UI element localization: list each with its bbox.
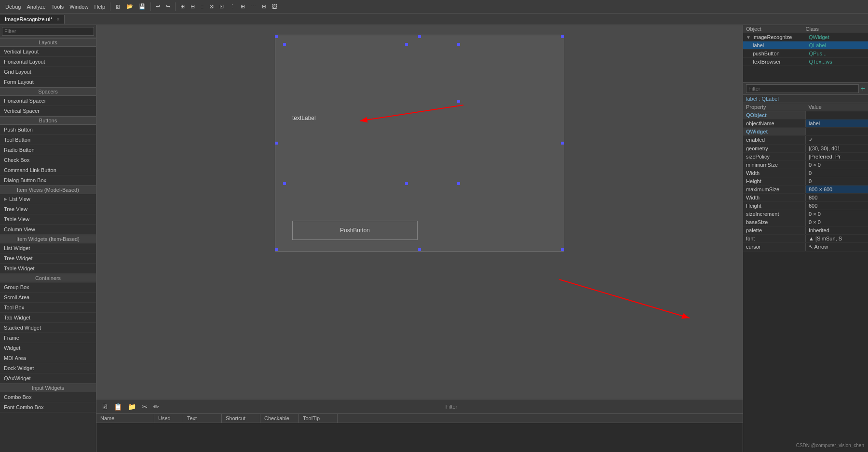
sidebar-item-vertical-spacer[interactable]: Vertical Spacer [0,106,96,116]
sidebar-item-horizontal-layout[interactable]: Horizontal Layout [0,57,96,67]
col-header-name: Name [96,414,154,423]
prop-row-12[interactable]: sizeIncrement0 × 0 [743,210,868,218]
sidebar-filter-input[interactable] [2,27,94,36]
menu-window[interactable]: Window [67,3,91,11]
prop-row-5[interactable]: sizePolicy[Preferred, Pr [743,153,868,161]
sidebar-item-command-link-button[interactable]: Command Link Button [0,165,96,175]
obj-tree-item-0[interactable]: ▼ImageRecognizeQWidget [743,33,868,41]
sidebar-item-scroll-area[interactable]: Scroll Area [0,292,96,303]
sidebar-item-vertical-layout[interactable]: Vertical Layout [0,47,96,57]
toolbar-icon-2[interactable]: 📂 [124,2,136,11]
prop-row-6[interactable]: minimumSize0 × 0 [743,161,868,169]
sidebar-item-column-view[interactable]: Column View [0,225,96,235]
sidebar-item-label: Dock Widget [4,365,34,371]
prop-value-9: 800 × 600 [806,186,868,193]
toolbar-icon-6[interactable]: ⊞ [178,2,187,11]
toolbar-icon-11[interactable]: ⋮ [227,2,237,11]
properties-filter-input[interactable] [746,84,859,93]
prop-row-3[interactable]: enabled✓ [743,136,868,145]
sidebar-item-tool-button[interactable]: Tool Button [0,135,96,145]
toolbar-icon-4[interactable]: ↩ [153,2,163,11]
sidebar-item-font-combo-box[interactable]: Font Combo Box [0,402,96,412]
prop-row-2[interactable]: QWidget [743,128,868,136]
sidebar-item-horizontal-spacer[interactable]: Horizontal Spacer [0,96,96,106]
prop-row-11[interactable]: Height600 [743,202,868,210]
prop-row-13[interactable]: baseSize0 × 0 [743,218,868,226]
toolbar-icon-9[interactable]: ⊠ [207,2,216,11]
handle-lower-tm [405,182,408,185]
toolbar-icon-15[interactable]: 🖼 [270,3,280,11]
sidebar-item-stacked-widget[interactable]: Stacked Widget [0,323,96,333]
tab-imagerecognize[interactable]: ImageRecognize.ui* × [0,15,65,24]
menu-help[interactable]: Help [92,3,108,11]
sidebar-item-tool-box[interactable]: Tool Box [0,303,96,313]
toolbar-icon-10[interactable]: ⊡ [217,2,226,11]
toolbar-icon-12[interactable]: ⊞ [238,2,247,11]
sidebar-item-frame[interactable]: Frame [0,333,96,343]
obj-item-class: QTex...ws [809,59,866,65]
sidebar-item-tree-widget[interactable]: Tree Widget [0,253,96,264]
prop-value-8: 0 [806,177,868,185]
object-inspector: Object Class ▼ImageRecognizeQWidgetlabel… [743,25,868,83]
sidebar-item-combo-box[interactable]: Combo Box [0,392,96,402]
action-folder-btn[interactable]: 📁 [126,402,138,412]
obj-tree-item-2[interactable]: pushButtonQPus... [743,50,868,58]
toolbar-icon-8[interactable]: ≡ [198,3,206,11]
canvas-container: textLabel PushButton [96,25,743,399]
toolbar-icon-7[interactable]: ⊟ [188,2,197,11]
sidebar-item-table-view[interactable]: Table View [0,214,96,225]
sidebar-item-dialog-button-box[interactable]: Dialog Button Box [0,175,96,186]
action-open-btn[interactable]: 📋 [112,402,124,412]
prop-row-1[interactable]: objectNamelabel [743,120,868,128]
sidebar-item-mdi-area[interactable]: MDI Area [0,353,96,363]
pushbutton-widget[interactable]: PushButton [292,221,418,240]
toolbar-icon-14[interactable]: ⊟ [259,2,269,11]
annotation-arrow-1 [360,105,463,121]
obj-item-name: pushButton [753,51,809,56]
prop-row-0[interactable]: QObject [743,111,868,120]
toolbar-icon-1[interactable]: 🖹 [113,3,123,11]
prop-row-10[interactable]: Width800 [743,194,868,202]
handle-tm [418,35,421,38]
action-new-btn[interactable]: 🖹 [99,402,110,412]
menu-tools[interactable]: Tools [49,3,67,11]
toolbar-icon-13[interactable]: ⋯ [248,2,258,11]
prop-row-7[interactable]: Width0 [743,169,868,177]
action-delete-btn[interactable]: ✂ [140,402,149,412]
sidebar-item-dock-widget[interactable]: Dock Widget [0,363,96,373]
sidebar-item-grid-layout[interactable]: Grid Layout [0,67,96,77]
sidebar-item-radio-button[interactable]: Radio Button [0,145,96,155]
menu-debug[interactable]: Debug [3,3,23,11]
prop-row-15[interactable]: font▲ [SimSun, S [743,235,868,243]
sidebar-item-tab-widget[interactable]: Tab Widget [0,313,96,323]
sidebar-item-label: Font Combo Box [4,404,44,410]
action-edit-btn[interactable]: ✏ [151,402,161,412]
menu-analyze[interactable]: Analyze [24,3,48,11]
prop-row-8[interactable]: Height0 [743,177,868,186]
sidebar-item-group-box[interactable]: Group Box [0,282,96,292]
text-label-widget[interactable]: textLabel [292,115,316,121]
sidebar-item-table-widget[interactable]: Table Widget [0,264,96,274]
prop-row-16[interactable]: cursor↖ Arrow [743,243,868,252]
sidebar-item-widget[interactable]: Widget [0,343,96,353]
sidebar-item-tree-view[interactable]: Tree View [0,204,96,214]
sidebar-item-form-layout[interactable]: Form Layout [0,77,96,87]
sidebar-item-qaxwidget[interactable]: QAxWidget [0,373,96,384]
obj-tree-item-3[interactable]: textBrowserQTex...ws [743,58,868,66]
sidebar-item-check-box[interactable]: Check Box [0,155,96,165]
form-canvas[interactable]: textLabel PushButton [275,35,564,252]
sidebar-item-list-view[interactable]: ▶List View [0,194,96,204]
prop-row-14[interactable]: paletteInherited [743,226,868,235]
prop-row-9[interactable]: maximumSize800 × 600 [743,186,868,194]
toolbar-icon-5[interactable]: ↪ [163,2,173,11]
prop-name-16: cursor [743,243,806,251]
sidebar-item-push-button[interactable]: Push Button [0,125,96,135]
properties-add-btn[interactable]: + [861,84,865,93]
prop-name-5: sizePolicy [743,153,806,160]
prop-row-4[interactable]: geometry[(30, 30), 401 [743,145,868,153]
toolbar-icon-3[interactable]: 💾 [136,2,148,11]
obj-tree-item-1[interactable]: labelQLabel [743,41,868,50]
sidebar-item-list-widget[interactable]: List Widget [0,243,96,253]
prop-name-3: enabled [743,136,806,144]
tab-close-icon[interactable]: × [57,17,60,22]
